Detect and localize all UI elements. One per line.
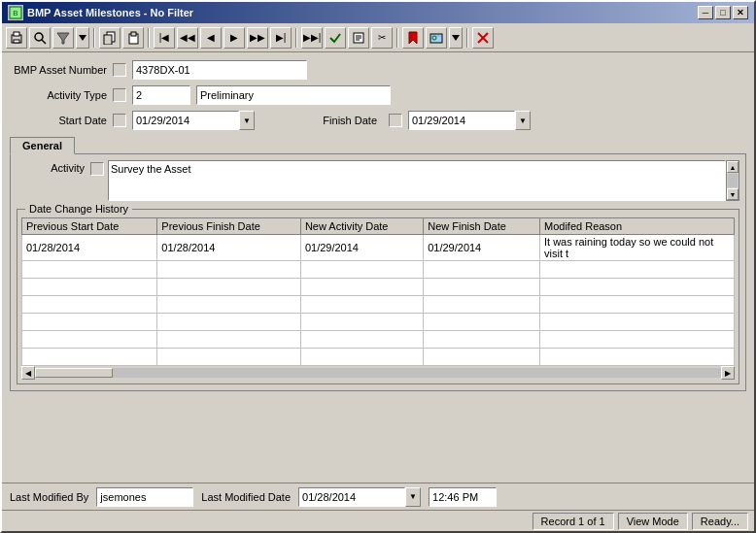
map-button[interactable] [426,27,447,49]
find-button[interactable] [29,27,51,49]
start-date-marker [113,114,126,127]
horizontal-scrollbar[interactable]: ◀ ▶ [21,366,735,380]
print-button[interactable] [6,27,27,49]
hscroll-track[interactable] [35,368,721,378]
table-row[interactable]: 01/28/2014 01/28/2014 01/29/2014 01/29/2… [22,235,735,261]
last-modified-by-label: Last Modified By [10,491,88,503]
sep1 [93,28,95,48]
start-date-label: Start Date [10,115,107,126]
edit-button[interactable] [348,27,369,49]
bmp-asset-number-label: BMP Asset Number [10,64,107,76]
cell-new-activity: 01/29/2014 [300,235,423,261]
col-new-activity: New Activity Date [300,218,423,235]
title-bar: B BMP Asset Milestones - No Filter ─ □ ✕ [2,2,754,23]
activity-type-label: Activity Type [10,89,107,101]
close-button[interactable]: ✕ [733,6,748,19]
svg-line-6 [42,40,46,44]
record-status: Record 1 of 1 [533,513,614,530]
date-change-history-legend: Date Change History [25,203,132,215]
tabs-container: General Activity Survey the Asset ▲ ▼ Da [10,136,746,391]
last-modified-date-arrow[interactable]: ▼ [405,487,421,507]
dates-row: Start Date ▼ Finish Date ▼ [10,111,746,130]
col-reason: Modifed Reason [540,218,735,235]
filter-dropdown-btn[interactable] [76,27,89,49]
finish-date-dropdown: ▼ [408,111,531,130]
svg-point-5 [35,33,43,41]
activity-type-code-input[interactable] [132,85,190,105]
hscroll-right-arrow[interactable]: ▶ [721,366,735,380]
scroll-up-arrow[interactable]: ▲ [727,161,739,173]
bmp-asset-marker [113,63,126,77]
svg-marker-17 [409,32,417,44]
start-date-input[interactable] [132,111,239,130]
nav-prev2-button[interactable]: ◀◀ [177,27,198,49]
copy-button[interactable] [99,27,120,49]
minimize-button[interactable]: ─ [698,6,713,19]
svg-rect-3 [14,32,19,36]
window-controls: ─ □ ✕ [698,6,748,19]
nav-next-button[interactable]: ▶ [223,27,245,49]
jump-button[interactable]: ▶▶| [301,27,323,49]
view-mode-status: View Mode [618,513,688,530]
map-dropdown-btn[interactable] [449,27,463,49]
activity-scrollbar[interactable]: ▲ ▼ [726,160,739,201]
activity-marker [90,162,104,176]
scroll-down-arrow[interactable]: ▼ [727,188,739,200]
filter-button[interactable] [52,27,74,49]
check-button[interactable] [325,27,346,49]
hscroll-thumb[interactable] [35,368,113,378]
nav-last-button[interactable]: ▶| [270,27,292,49]
last-modified-time-input[interactable] [429,487,497,507]
finish-date-arrow[interactable]: ▼ [515,111,531,130]
maximize-button[interactable]: □ [715,6,731,19]
cell-reason: It was raining today so we could not vis… [540,235,735,261]
empty-row [22,349,735,366]
svg-rect-10 [104,35,112,45]
activity-row: Activity Survey the Asset ▲ ▼ [17,160,739,201]
filter-dropdown[interactable] [76,27,89,49]
tab-general[interactable]: General [10,137,75,154]
svg-text:B: B [13,9,17,17]
activity-type-row: Activity Type [10,85,746,105]
map-dropdown[interactable] [449,27,463,49]
scissors-button[interactable]: ✂ [371,27,393,49]
cell-prev-finish: 01/28/2014 [157,235,301,261]
bmp-asset-number-input[interactable] [132,60,307,80]
hscroll-left-arrow[interactable]: ◀ [21,366,35,380]
svg-marker-7 [57,33,69,44]
ready-status: Ready... [692,513,748,530]
nav-prev-button[interactable]: ◀ [200,27,222,49]
empty-row [22,314,735,331]
activity-textarea[interactable]: Survey the Asset [108,160,726,201]
nav-next2-button[interactable]: ▶▶ [247,27,268,49]
bottom-bar: Record 1 of 1 View Mode Ready... [2,510,754,531]
cell-prev-start: 01/28/2014 [22,235,157,261]
activity-type-name-input[interactable] [196,85,391,105]
delete-button[interactable] [472,27,494,49]
empty-row [22,331,735,349]
last-modified-date-input[interactable] [298,487,405,507]
finish-date-input[interactable] [408,111,515,130]
bmp-asset-number-row: BMP Asset Number [10,60,746,80]
paste-button[interactable] [122,27,144,49]
svg-marker-21 [452,35,460,41]
main-window: B BMP Asset Milestones - No Filter ─ □ ✕ [0,0,756,533]
status-bar: Last Modified By Last Modified Date ▼ [2,483,754,510]
empty-row [22,261,735,279]
last-modified-by-input[interactable] [96,487,193,507]
svg-marker-8 [79,35,86,41]
start-date-arrow[interactable]: ▼ [239,111,255,130]
content-area: BMP Asset Number Activity Type Start Dat… [2,52,754,483]
activity-label: Activity [17,160,85,174]
nav-first-button[interactable]: |◀ [154,27,175,49]
toolbar: |◀ ◀◀ ◀ ▶ ▶▶ ▶| ▶▶| ✂ [2,23,754,52]
col-prev-start: Previous Start Date [22,218,157,235]
activity-type-marker [113,88,126,102]
bookmark-button[interactable] [402,27,424,49]
col-new-finish: New Finish Date [424,218,540,235]
cell-new-finish: 01/29/2014 [424,235,540,261]
date-change-table-wrapper: Previous Start Date Previous Finish Date… [21,217,735,366]
finish-date-label: Finish Date [280,115,377,126]
svg-rect-12 [131,32,136,36]
date-change-table: Previous Start Date Previous Finish Date… [21,217,735,366]
